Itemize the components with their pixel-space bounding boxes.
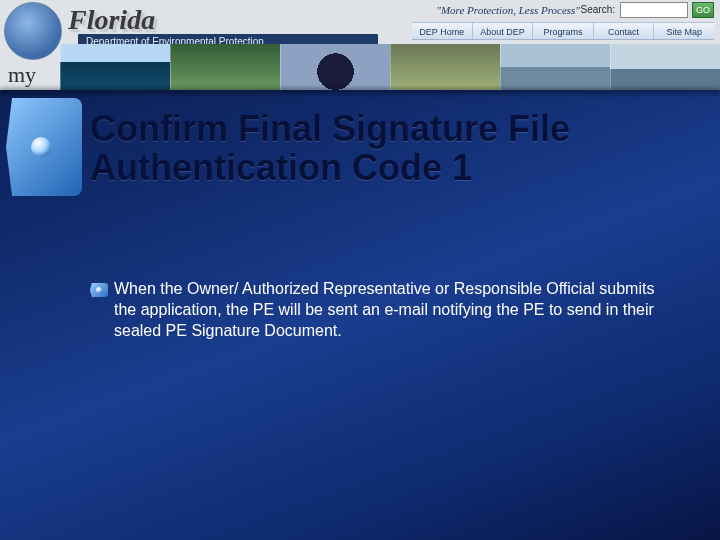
search-label: Search: [581, 4, 615, 15]
banner-photo [280, 44, 390, 90]
slide: my Florida Department of Environmental P… [0, 0, 720, 540]
banner-photo [170, 44, 280, 90]
photo-strip [60, 44, 720, 90]
header-nav: DEP Home About DEP Programs Contact Site… [412, 22, 714, 40]
search-go-button[interactable]: GO [692, 2, 714, 18]
banner-photo [610, 44, 720, 90]
banner-photo [390, 44, 500, 90]
header-banner: my Florida Department of Environmental P… [0, 0, 720, 90]
nav-site-map[interactable]: Site Map [653, 23, 714, 39]
slogan-text: "More Protection, Less Process" [436, 4, 580, 16]
slide-title: Confirm Final Signature File Authenticat… [90, 110, 690, 188]
slide-body-text: When the Owner/ Authorized Representativ… [114, 278, 680, 341]
banner-photo [60, 44, 170, 90]
nav-contact[interactable]: Contact [593, 23, 654, 39]
my-label: my [8, 62, 36, 88]
state-name: Florida [68, 4, 155, 36]
nav-programs[interactable]: Programs [532, 23, 593, 39]
body-bullet-icon [90, 283, 108, 297]
search-input[interactable] [620, 2, 688, 18]
agency-seal-icon [4, 2, 62, 60]
banner-photo [500, 44, 610, 90]
nav-dep-home[interactable]: DEP Home [412, 23, 472, 39]
nav-about-dep[interactable]: About DEP [472, 23, 533, 39]
title-bullet-icon [6, 98, 82, 196]
